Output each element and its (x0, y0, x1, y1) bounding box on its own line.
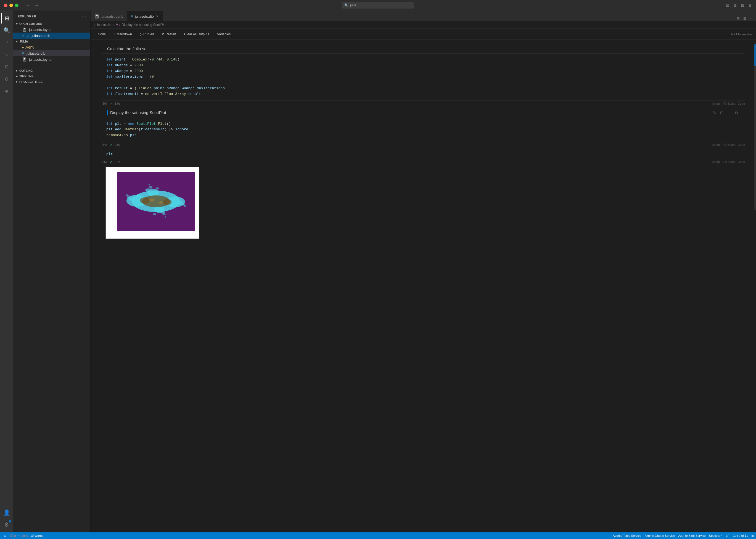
spaces-indicator[interactable]: Spaces: 4 (709, 534, 722, 537)
svg-point-22 (184, 205, 186, 207)
open-editor-juliasets-dib[interactable]: ✕ ≡ juliasets.dib (13, 33, 90, 38)
azurite-blob[interactable]: Azurite Blob Service (678, 534, 706, 537)
clear-all-outputs-button[interactable]: Clear All Outputs (182, 32, 211, 37)
toolbar-sep-1 (110, 32, 110, 37)
window-controls (0, 4, 19, 7)
close-editor-icon[interactable]: ✕ (22, 34, 24, 37)
cell-64-code[interactable]: let plt = new ScottPlot.Plot() plt.Add.H… (102, 117, 745, 142)
svg-point-8 (163, 199, 172, 205)
tab-close-button[interactable]: ✕ (155, 14, 159, 19)
sidebar-header-actions: ··· (82, 14, 86, 19)
run-all-button[interactable]: ▷ Run All (138, 32, 156, 37)
open-editor-juliasets-ipynb[interactable]: 📓 juliasets.ipynb (13, 27, 90, 33)
sidebar-item-testing[interactable]: ⌬ (1, 73, 12, 85)
heading-cell-actions: ✎ ⊟ ··· 🗑 (712, 110, 739, 116)
customize-layout-button[interactable]: ⊞ (747, 3, 753, 8)
breadcrumb-sep: › (113, 23, 114, 27)
more-cell-button[interactable]: ··· (726, 110, 732, 116)
search-icon: 🔍 (344, 3, 348, 7)
outline-header[interactable]: ▼ OUTLINE (13, 68, 90, 73)
sidebar-more-button[interactable]: ··· (82, 14, 86, 19)
julia-folder-header[interactable]: ▼ JULIA (13, 38, 90, 44)
open-editors-header[interactable]: ▼ OPEN EDITORS (13, 21, 90, 27)
sidebar-item-account[interactable]: 👤 (1, 507, 12, 518)
word-count: 10 Words (31, 534, 43, 537)
cell-30-code[interactable]: let point = Complex(-0.744, 0.148) let h… (102, 53, 745, 101)
editor-layout-button[interactable]: ⊞ (732, 3, 738, 8)
sidebar-item-explorer[interactable]: ⊞ (1, 13, 12, 24)
cell-info: Cell 9 of 11 (732, 534, 748, 537)
cell-64-footer-right: fsharp – F# Script Code (712, 143, 745, 146)
delete-cell-button[interactable]: 🗑 (733, 110, 739, 116)
tab-juliasets-dib[interactable]: ≡ juliasets.dib ✕ (127, 11, 163, 21)
notebook-icon: 📓 (22, 27, 27, 32)
azurite-queue[interactable]: Azurite Queue Service (644, 534, 675, 537)
toolbar-more-button[interactable]: ··· (233, 32, 241, 37)
sidebar-header: EXPLORER ··· (13, 11, 90, 21)
project-tree-header[interactable]: ▼ PROJECT TREE (13, 79, 90, 85)
cell-65-footer: [65] ✓ 0.4s fsharp – F# Script Code (102, 159, 745, 165)
cell-heading-calculate: Calculate the Julia set (91, 44, 756, 52)
cell-65-footer-left: [65] ✓ 0.4s (102, 160, 120, 164)
split-editor-button[interactable]: ⊟ (742, 16, 747, 21)
variables-button[interactable]: Variables (215, 32, 233, 37)
back-button[interactable]: ← (24, 2, 32, 8)
tab-juliasets-ipynb[interactable]: 📓 juliasets.ipynb (91, 11, 127, 21)
timeline-header[interactable]: ▼ TIMELINE (13, 73, 90, 79)
notebook-toolbar: + Code + Markdown ▷ Run All ↺ Restart Cl… (91, 29, 756, 40)
settings-icon: ⚙ (4, 521, 9, 528)
notebook-scroll[interactable]: Calculate the Julia set let point = Comp… (91, 40, 756, 532)
sidebar-item-venv[interactable]: ▸ .venv (13, 44, 90, 50)
svg-point-19 (156, 187, 159, 190)
search-bar[interactable]: 🔍 julia (342, 2, 414, 9)
cell-30-status: ✓ (110, 102, 113, 106)
minimize-dot[interactable] (9, 4, 13, 7)
activity-bar-bottom: 👤 ⚙ (1, 507, 12, 532)
tab-bar-actions: ⚙ ⊟ ··· (733, 16, 756, 21)
split-cell-button[interactable]: ⊟ (719, 110, 724, 116)
tab-ipynb-icon: 📓 (95, 14, 99, 19)
sidebar-item-juliasets-dib[interactable]: ≡ juliasets.dib (13, 50, 90, 56)
maximize-dot[interactable] (15, 4, 19, 7)
toolbar-sep-4 (180, 32, 180, 37)
sidebar-item-extensions[interactable]: ⊟ (1, 61, 12, 72)
explorer-icon: ⊞ (5, 15, 9, 22)
sidebar-item-settings[interactable]: ⚙ (1, 519, 12, 530)
error-count[interactable]: ⓪ 0 △ 0 ⊗ 0 (10, 534, 28, 538)
azurite-table[interactable]: Azurite Table Service (613, 534, 641, 537)
code-line-64-2: plt.Add.Heatmap(floatresult) |> ignore (106, 127, 740, 132)
search-icon: 🔍 (3, 27, 10, 34)
sidebar-item-source-control[interactable]: ⑂ (1, 37, 12, 48)
editor-settings-button[interactable]: ⚙ (735, 16, 741, 21)
restart-button[interactable]: ↺ Restart (160, 32, 178, 37)
cell-65-number: [65] (102, 160, 107, 164)
scrollbar-thumb[interactable] (754, 44, 756, 66)
sidebar-toggle-button[interactable]: ▤ (725, 3, 730, 8)
add-markdown-button[interactable]: + Markdown (112, 32, 134, 37)
remote-indicator[interactable]: ⊕ (2, 534, 8, 538)
forward-button[interactable]: → (33, 2, 40, 8)
line-ending[interactable]: LF (726, 534, 729, 537)
editor-more-button[interactable]: ··· (749, 16, 754, 21)
fullscreen-icon[interactable]: ⊞ (751, 534, 754, 538)
close-dot[interactable] (4, 4, 7, 7)
svg-point-16 (162, 213, 166, 215)
sidebar-item-remote-explorer[interactable]: ⊕ (1, 86, 12, 97)
testing-icon: ⌬ (5, 76, 9, 81)
output-container: ··· (102, 166, 745, 240)
timeline-chevron: ▼ (15, 75, 18, 78)
cell-30-footer-left: [30] ✓ 1.9s (102, 102, 120, 106)
search-text: julia (350, 3, 356, 7)
cell-65-code[interactable]: plt (102, 149, 745, 159)
ipynb-icon: 📓 (22, 57, 27, 62)
sidebar-item-run-debug[interactable]: ▷ (1, 49, 12, 60)
cell-64-type: Code (738, 143, 745, 146)
breadcrumb-section: Display the set using ScottPlot (122, 23, 167, 27)
sidebar-item-juliasets-ipynb[interactable]: 📓 juliasets.ipynb (13, 56, 90, 62)
panel-toggle-button[interactable]: ⊟ (740, 3, 745, 8)
edit-cell-button[interactable]: ✎ (712, 110, 718, 116)
sidebar-item-search[interactable]: 🔍 (1, 25, 12, 36)
code-line-7: let floatresult = convertToFloatArray re… (106, 91, 740, 97)
scrollbar-track[interactable] (754, 44, 756, 210)
add-code-button[interactable]: + Code (93, 32, 108, 37)
